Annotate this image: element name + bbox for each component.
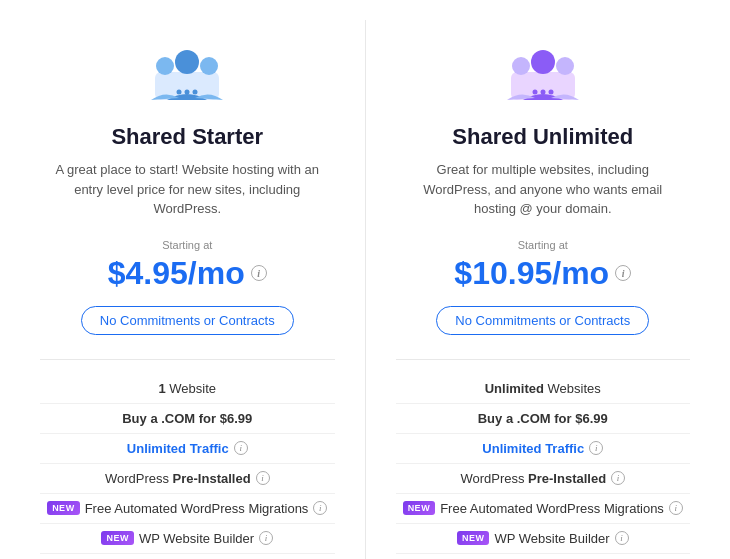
svg-point-13 (548, 90, 553, 95)
price-display: $4.95/mo i (40, 255, 335, 292)
feature-text: Unlimited Websites (485, 381, 601, 396)
starting-at-label: Starting at (396, 239, 691, 251)
plan-description: Great for multiple websites, including W… (396, 160, 691, 219)
feature-text: Unlimited Traffic (127, 441, 229, 456)
new-badge: NEW (47, 501, 80, 515)
feature-text: Free Automated WordPress Migrations (85, 501, 309, 516)
feature-item: NEW WP Website Builder i (396, 524, 691, 554)
plan-description: A great place to start! Website hosting … (40, 160, 335, 219)
feature-item: NEW Free Automated WordPress Migrations … (396, 494, 691, 524)
svg-point-3 (200, 57, 218, 75)
feature-text: Free Automated WordPress Migrations (440, 501, 664, 516)
new-badge: NEW (403, 501, 436, 515)
plan-title: Shared Starter (40, 124, 335, 150)
feature-item: Unlimited Websites (396, 374, 691, 404)
no-commitment-button[interactable]: No Commitments or Contracts (81, 306, 294, 335)
feature-item: Unlimited Traffic i (396, 434, 691, 464)
svg-point-11 (532, 90, 537, 95)
plans-container: Shared StarterA great place to start! We… (10, 20, 720, 559)
feature-text: Buy a .COM for $6.99 (478, 411, 608, 426)
feature-list: 1 WebsiteBuy a .COM for $6.99Unlimited T… (40, 374, 335, 560)
shared-unlimited-icon (503, 44, 583, 108)
feature-text: WP Website Builder (139, 531, 254, 546)
info-icon[interactable]: i (256, 471, 270, 485)
info-icon[interactable]: i (313, 501, 327, 515)
starting-at-label: Starting at (40, 239, 335, 251)
plan-title: Shared Unlimited (396, 124, 691, 150)
price-display: $10.95/mo i (396, 255, 691, 292)
new-badge: NEW (101, 531, 134, 545)
info-icon[interactable]: i (615, 531, 629, 545)
plan-card-shared-starter: Shared StarterA great place to start! We… (10, 20, 366, 559)
info-icon[interactable]: i (589, 441, 603, 455)
svg-point-4 (177, 90, 182, 95)
feature-text: 1 Website (158, 381, 216, 396)
info-icon[interactable]: i (234, 441, 248, 455)
svg-point-9 (512, 57, 530, 75)
info-icon[interactable]: i (611, 471, 625, 485)
feature-item: WordPress Pre-Installed i (40, 464, 335, 494)
feature-list: Unlimited WebsitesBuy a .COM for $6.99Un… (396, 374, 691, 560)
feature-item: Buy a .COM for $6.99 (396, 404, 691, 434)
feature-item: NEW WP Website Builder i (40, 524, 335, 554)
feature-item: Buy a .COM for $6.99 (40, 404, 335, 434)
price-info-icon[interactable]: i (615, 265, 631, 281)
svg-point-5 (185, 90, 190, 95)
info-icon[interactable]: i (669, 501, 683, 515)
shared-starter-icon (147, 44, 227, 108)
svg-point-12 (540, 90, 545, 95)
feature-text: Unlimited Traffic (482, 441, 584, 456)
feature-item: NEW Free Automated WordPress Migrations … (40, 494, 335, 524)
feature-text: WP Website Builder (494, 531, 609, 546)
feature-item: 1 Website (40, 374, 335, 404)
no-commitment-button[interactable]: No Commitments or Contracts (436, 306, 649, 335)
feature-text: WordPress Pre-Installed (105, 471, 251, 486)
price-text: $10.95/mo (454, 255, 609, 292)
feature-text: WordPress Pre-Installed (460, 471, 606, 486)
svg-point-1 (175, 50, 199, 74)
price-text: $4.95/mo (108, 255, 245, 292)
svg-point-10 (556, 57, 574, 75)
feature-text: Buy a .COM for $6.99 (122, 411, 252, 426)
feature-item: Fast SSD Storage (396, 554, 691, 560)
feature-item: Fast SSD Storage (40, 554, 335, 560)
svg-point-6 (193, 90, 198, 95)
price-info-icon[interactable]: i (251, 265, 267, 281)
svg-point-8 (531, 50, 555, 74)
feature-item: WordPress Pre-Installed i (396, 464, 691, 494)
info-icon[interactable]: i (259, 531, 273, 545)
svg-point-2 (156, 57, 174, 75)
new-badge: NEW (457, 531, 490, 545)
feature-item: Unlimited Traffic i (40, 434, 335, 464)
plan-card-shared-unlimited: Shared UnlimitedGreat for multiple websi… (366, 20, 721, 559)
